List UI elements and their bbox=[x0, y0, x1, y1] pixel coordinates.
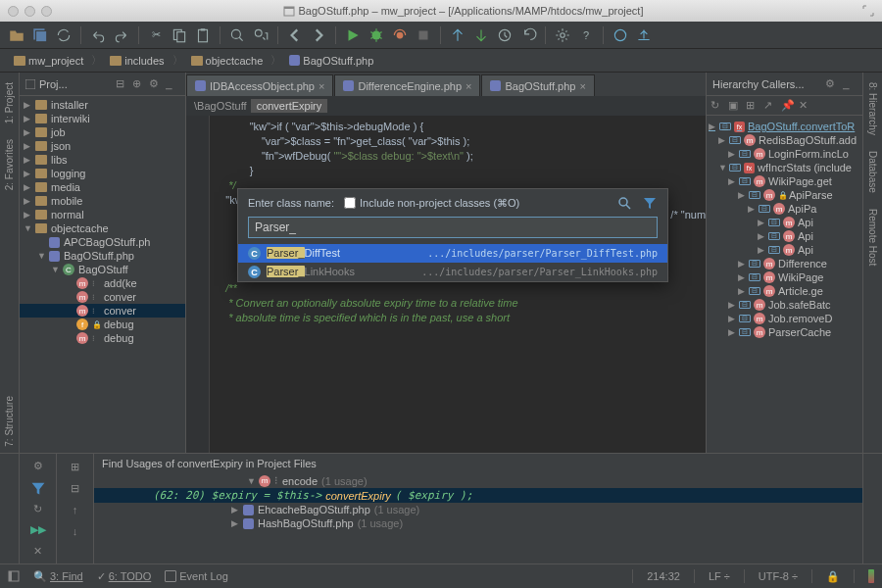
settings-gear-icon[interactable]: ⚙ bbox=[825, 77, 839, 91]
find-row[interactable]: ▼m⁝encode (1 usage) bbox=[94, 473, 862, 488]
tree-item[interactable]: ▶mobile bbox=[20, 194, 185, 208]
project-view-icon[interactable] bbox=[25, 79, 35, 89]
close-window[interactable] bbox=[8, 6, 19, 17]
hierarchy-item[interactable]: ▶⊟mJob.removeD bbox=[707, 312, 862, 325]
window-controls[interactable] bbox=[8, 6, 52, 17]
tree-item[interactable]: ▶interwiki bbox=[20, 112, 185, 125]
vcs-history-icon[interactable] bbox=[496, 26, 514, 44]
lock-icon[interactable]: 🔒 bbox=[826, 570, 840, 583]
collapse-icon[interactable]: ⊟ bbox=[116, 77, 129, 91]
tree-item[interactable]: ▶job bbox=[20, 125, 185, 139]
settings-gear-icon[interactable]: ⚙ bbox=[29, 458, 47, 475]
crumb-file[interactable]: BagOStuff.php bbox=[283, 53, 379, 69]
hierarchy-item[interactable]: ▶⊟mLoginForm.incLo bbox=[707, 147, 862, 161]
collapse-icon[interactable]: ⊟ bbox=[67, 479, 84, 497]
paste-icon[interactable] bbox=[194, 26, 212, 44]
project-tree[interactable]: ▶installer▶interwiki▶job▶json▶libs▶loggi… bbox=[20, 96, 185, 347]
status-encoding[interactable]: UTF-8 ÷ bbox=[759, 570, 798, 582]
hide-icon[interactable]: ⎯ bbox=[166, 77, 179, 91]
status-todo[interactable]: ✓ 6: TODO bbox=[97, 570, 152, 583]
hide-icon[interactable]: ⎯ bbox=[843, 77, 857, 91]
replace-icon[interactable] bbox=[252, 26, 270, 44]
rerun-icon[interactable]: ↻ bbox=[29, 501, 47, 518]
filter-icon[interactable] bbox=[29, 479, 47, 497]
breadcrumb-segment[interactable]: convertExpiry bbox=[251, 99, 328, 113]
tree-item[interactable]: m⁝conver bbox=[20, 290, 185, 304]
project-title[interactable]: Proj... bbox=[39, 78, 112, 90]
run-icon[interactable]: ▶▶ bbox=[29, 521, 47, 539]
tree-item[interactable]: ▶media bbox=[20, 180, 185, 194]
popup-results[interactable]: CParser_DiffTest.../includes/parser/Pars… bbox=[238, 244, 667, 281]
tab-remote-host[interactable]: Remote Host bbox=[867, 203, 878, 271]
hierarchy-item[interactable]: ▶⊟fxBagOStuff.convertToR bbox=[707, 120, 862, 133]
zoom-window[interactable] bbox=[41, 6, 52, 17]
hierarchy-item[interactable]: ▶⊟m🔒ApiParse bbox=[707, 188, 862, 202]
redo-icon[interactable] bbox=[113, 26, 130, 44]
crumb-objectcache[interactable]: objectcache bbox=[185, 53, 270, 69]
vcs-commit-icon[interactable] bbox=[472, 26, 490, 44]
tree-item[interactable]: ▶libs bbox=[20, 153, 185, 167]
status-eventlog[interactable]: Event Log bbox=[165, 570, 228, 582]
find-row[interactable]: (62: 20) $expiry = $this->convertExpiry(… bbox=[94, 488, 862, 503]
find-row[interactable]: ▶HashBagOStuff.php (1 usage) bbox=[94, 516, 862, 530]
class-result[interactable]: CParser_LinkHooks.../includes/parser/Par… bbox=[238, 263, 667, 281]
tree-item[interactable]: m⁝conver bbox=[20, 304, 185, 318]
sync-icon[interactable] bbox=[55, 26, 73, 44]
status-line-sep[interactable]: LF ÷ bbox=[709, 570, 730, 582]
close-tab-icon[interactable]: × bbox=[318, 80, 324, 92]
hierarchy-item[interactable]: ▶⊟mJob.safeBatc bbox=[707, 298, 862, 312]
settings-icon[interactable] bbox=[554, 26, 571, 44]
hierarchy-item[interactable]: ▶⊟mRedisBagOStuff.add bbox=[707, 133, 862, 147]
tree-item[interactable]: ▶normal bbox=[20, 208, 185, 221]
copy-icon[interactable] bbox=[171, 26, 188, 44]
filter-icon[interactable] bbox=[642, 195, 658, 211]
autoscroll-icon[interactable]: ▣ bbox=[728, 99, 742, 113]
tree-item[interactable]: ▶logging bbox=[20, 167, 185, 180]
browsers-icon[interactable] bbox=[612, 26, 629, 44]
status-position[interactable]: 214:32 bbox=[647, 570, 680, 582]
checkbox[interactable] bbox=[344, 197, 356, 209]
tree-item[interactable]: APCBagOStuff.ph bbox=[20, 235, 185, 249]
help-icon[interactable]: ? bbox=[577, 26, 595, 44]
hierarchy-item[interactable]: ▶⊟mApi bbox=[707, 216, 862, 229]
editor-tab[interactable]: IDBAccessObject.php× bbox=[186, 74, 333, 96]
tree-item[interactable]: m⁝debug bbox=[20, 331, 185, 345]
prev-icon[interactable]: ↑ bbox=[67, 501, 84, 518]
settings-gear-icon[interactable]: ⚙ bbox=[149, 77, 163, 91]
tree-item[interactable]: m⁝add(ke bbox=[20, 276, 185, 290]
editor-tab[interactable]: BagOStuff.php× bbox=[481, 74, 594, 96]
close-tab-icon[interactable]: × bbox=[579, 80, 585, 92]
fullscreen-icon[interactable] bbox=[862, 5, 874, 17]
search-icon[interactable] bbox=[616, 195, 632, 211]
tab-structure[interactable]: 7: Structure bbox=[4, 390, 15, 453]
hierarchy-item[interactable]: ▶⊟mArticle.ge bbox=[707, 284, 862, 298]
save-all-icon[interactable] bbox=[31, 26, 49, 44]
expand-icon[interactable]: ⊞ bbox=[67, 458, 84, 475]
close-icon[interactable]: ✕ bbox=[29, 543, 47, 561]
hierarchy-item[interactable]: ▶⊟mParserCache bbox=[707, 325, 862, 339]
pin-icon[interactable]: 📌 bbox=[781, 99, 795, 113]
run-icon[interactable] bbox=[344, 26, 362, 44]
expand-all-icon[interactable]: ⊞ bbox=[746, 99, 760, 113]
tab-favorites[interactable]: 2: Favorites bbox=[4, 133, 15, 196]
open-icon[interactable] bbox=[8, 26, 25, 44]
hierarchy-item[interactable]: ▶⊟mDifference bbox=[707, 257, 862, 270]
hierarchy-item[interactable]: ▶⊟mApi bbox=[707, 243, 862, 257]
find-icon[interactable] bbox=[228, 26, 246, 44]
debug-listen-icon[interactable] bbox=[391, 26, 409, 44]
close-tab-icon[interactable]: × bbox=[466, 80, 471, 92]
minimize-window[interactable] bbox=[24, 6, 35, 17]
hierarchy-item[interactable]: ▶⊟mApi bbox=[707, 229, 862, 243]
code-editor[interactable]: "kw">if ( "var">$this->debugMode ) { "va… bbox=[186, 116, 706, 453]
undo-icon[interactable] bbox=[89, 26, 107, 44]
scroll-to-icon[interactable]: ⊕ bbox=[132, 77, 146, 91]
crumb-includes[interactable]: includes bbox=[104, 53, 170, 69]
class-result[interactable]: CParser_DiffTest.../includes/parser/Pars… bbox=[238, 244, 667, 263]
hierarchy-item[interactable]: ▶⊟mApiPa bbox=[707, 202, 862, 216]
find-usages-tree[interactable]: ▼m⁝encode (1 usage)(62: 20) $expiry = $t… bbox=[94, 473, 862, 530]
find-row[interactable]: ▶EhcacheBagOStuff.php (1 usage) bbox=[94, 503, 862, 516]
vcs-revert-icon[interactable] bbox=[519, 26, 537, 44]
tab-project[interactable]: 1: Project bbox=[4, 76, 15, 129]
tree-item[interactable]: ▼BagOStuff.php bbox=[20, 249, 185, 263]
hierarchy-item[interactable]: ▶⊟mWikiPage.get bbox=[707, 174, 862, 188]
